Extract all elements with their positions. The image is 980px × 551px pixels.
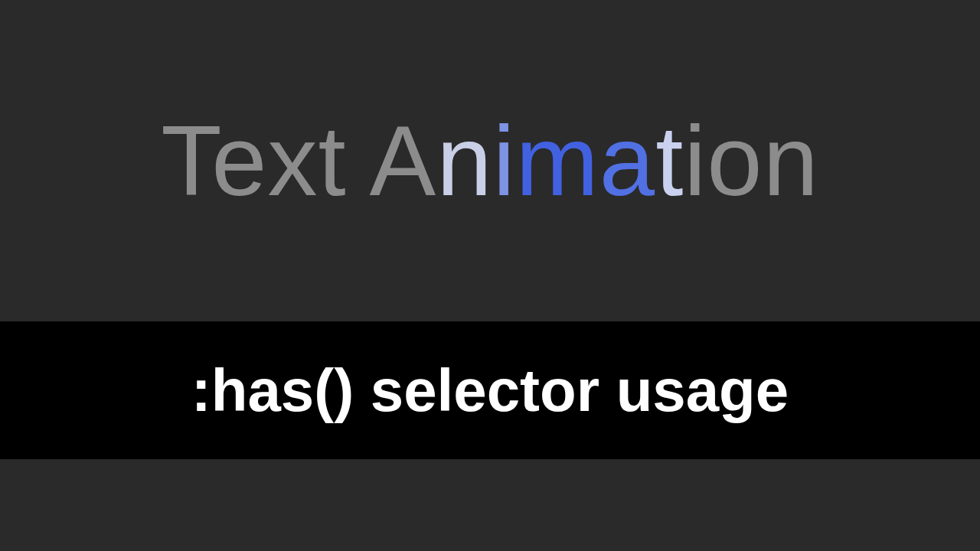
letter-6: n	[436, 105, 492, 217]
title-banner: :has() selector usage	[0, 321, 980, 459]
hero-section: Text Animation	[0, 0, 980, 321]
letter-5: A	[370, 105, 437, 217]
letter-1: e	[211, 105, 267, 217]
letter-4	[347, 105, 370, 217]
letter-3: t	[318, 105, 347, 217]
letter-12: o	[707, 105, 763, 217]
letter-7: i	[493, 105, 516, 217]
animated-heading: Text Animation	[161, 103, 819, 218]
letter-9: a	[599, 105, 655, 217]
letter-8: m	[516, 105, 599, 217]
letter-13: n	[763, 105, 818, 217]
letter-0: T	[161, 105, 211, 217]
letter-2: x	[268, 105, 318, 217]
banner-title: :has() selector usage	[191, 356, 789, 425]
letter-11: i	[684, 105, 707, 217]
letter-10: t	[655, 105, 684, 217]
